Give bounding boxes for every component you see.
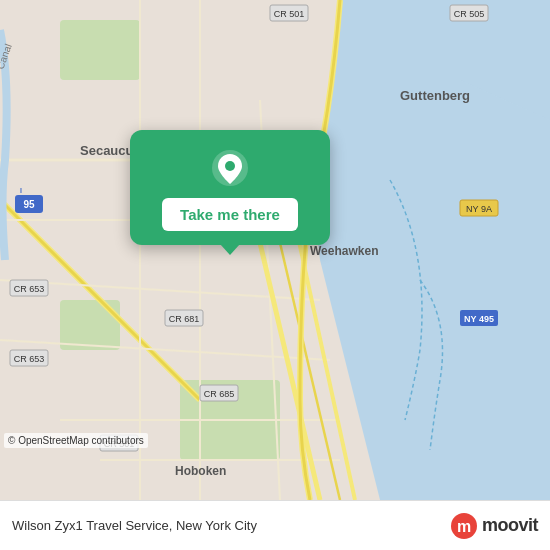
svg-rect-3 xyxy=(60,20,140,80)
map-background: 95 I CR 501 CR 505 CR 501 CR 653 CR 653 … xyxy=(0,0,550,500)
svg-text:NY 9A: NY 9A xyxy=(466,204,492,214)
map-attribution: © OpenStreetMap contributors xyxy=(4,433,148,448)
moovit-logo-icon: m xyxy=(450,512,478,540)
moovit-logo: m moovit xyxy=(450,512,538,540)
map-container[interactable]: 95 I CR 501 CR 505 CR 501 CR 653 CR 653 … xyxy=(0,0,550,500)
svg-text:CR 685: CR 685 xyxy=(204,389,235,399)
svg-text:Guttenberg: Guttenberg xyxy=(400,88,470,103)
svg-text:Hoboken: Hoboken xyxy=(175,464,226,478)
svg-text:CR 653: CR 653 xyxy=(14,284,45,294)
svg-text:m: m xyxy=(457,518,471,535)
svg-text:CR 653: CR 653 xyxy=(14,354,45,364)
moovit-brand-text: moovit xyxy=(482,515,538,536)
popup-card: Take me there xyxy=(130,130,330,245)
svg-text:CR 501: CR 501 xyxy=(274,9,305,19)
svg-text:NY 495: NY 495 xyxy=(464,314,494,324)
svg-text:CR 681: CR 681 xyxy=(169,314,200,324)
location-pin-icon xyxy=(210,148,250,188)
bottom-bar: Wilson Zyx1 Travel Service, New York Cit… xyxy=(0,500,550,550)
svg-point-49 xyxy=(225,161,235,171)
svg-text:I: I xyxy=(20,187,22,194)
svg-text:95: 95 xyxy=(23,199,35,210)
service-title: Wilson Zyx1 Travel Service, New York Cit… xyxy=(12,518,257,533)
svg-text:CR 505: CR 505 xyxy=(454,9,485,19)
take-me-there-button[interactable]: Take me there xyxy=(162,198,298,231)
svg-text:Weehawken: Weehawken xyxy=(310,244,378,258)
